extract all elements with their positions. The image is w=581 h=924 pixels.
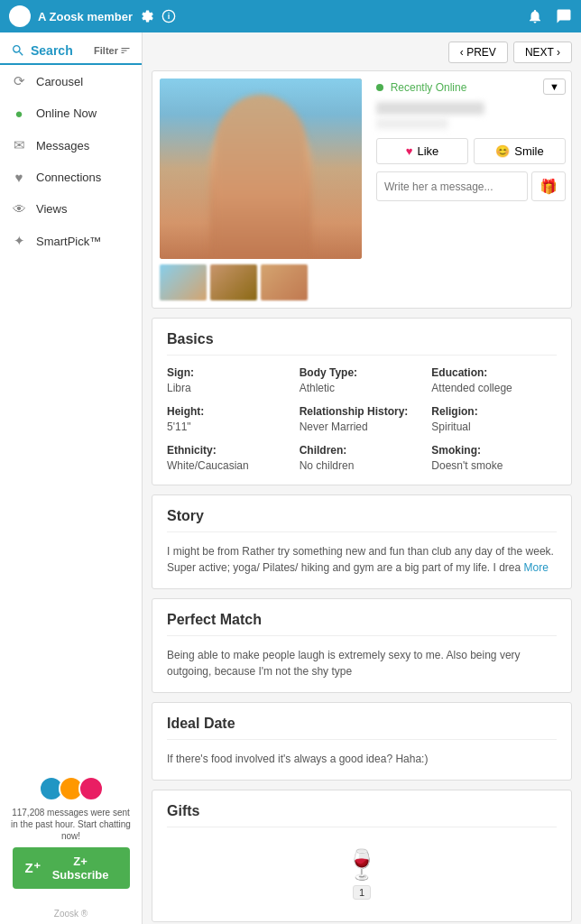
subscribe-button[interactable]: Z⁺ Z+ Subscribe: [13, 847, 130, 889]
sidebar-item-label: Messages: [36, 139, 89, 152]
relationship-value: Never Married: [300, 420, 368, 433]
bodytype-label: Body Type:: [300, 366, 425, 379]
online-status-text: Recently Online: [391, 81, 467, 94]
sidebar-footer: Zoosk ®: [0, 903, 142, 924]
username-label: A Zoosk member: [38, 10, 133, 23]
main-photo[interactable]: [160, 79, 362, 259]
religion-label: Religion:: [431, 405, 557, 418]
profile-images: [152, 71, 369, 308]
filter-button[interactable]: Filter: [94, 45, 131, 56]
ethnicity-label: Ethnicity:: [167, 444, 292, 457]
user-avatar: [9, 5, 31, 27]
promo-avatar-3: [78, 776, 104, 801]
next-button[interactable]: NEXT ›: [513, 42, 572, 63]
profile-name-blurred: [376, 102, 484, 115]
sidebar-promo: 117,208 messages were sent in the past h…: [11, 776, 131, 889]
chat-icon[interactable]: [556, 8, 572, 24]
basics-field-sign: Sign: Libra: [167, 366, 292, 394]
profile-info: Recently Online ▼ ♥ Like 😊 Smile: [369, 71, 573, 308]
connections-icon: ♥: [11, 170, 27, 185]
expand-button[interactable]: ▼: [543, 79, 566, 95]
sidebar-item-label: Views: [36, 202, 67, 216]
wine-icon: 🍷: [344, 847, 380, 882]
perfect-match-text: Being able to make people laugh is extre…: [167, 647, 557, 679]
info-icon[interactable]: i: [161, 9, 176, 23]
sidebar-item-label: SmartPick™: [36, 235, 101, 248]
online-badge: Recently Online ▼: [376, 79, 566, 95]
story-more-link[interactable]: More: [524, 561, 549, 574]
top-navigation: A Zoosk member i: [0, 0, 581, 32]
filter-label: Filter: [94, 45, 118, 56]
filter-icon: [120, 45, 131, 56]
main-layout: Search Filter ⟳ Carousel ● Online Now ✉ …: [0, 32, 581, 924]
online-now-icon: ●: [11, 106, 27, 121]
sidebar-item-views[interactable]: 👁 Views: [0, 193, 142, 225]
sidebar-item-smartpick[interactable]: ✦ SmartPick™: [0, 225, 142, 257]
like-button[interactable]: ♥ Like: [376, 138, 468, 164]
education-value: Attended college: [431, 382, 512, 394]
gear-icon[interactable]: [140, 9, 154, 23]
perfect-match-title: Perfect Match: [167, 612, 557, 636]
sign-value: Libra: [167, 382, 191, 394]
content-area: ‹ PREV NEXT ›: [143, 32, 581, 924]
bell-icon[interactable]: [527, 8, 543, 24]
thumbnail-2[interactable]: [210, 264, 257, 300]
action-buttons: ♥ Like 😊 Smile: [376, 138, 566, 164]
ideal-date-text: If there's food involved it's always a g…: [167, 751, 557, 767]
sidebar-item-messages[interactable]: ✉ Messages: [0, 129, 142, 162]
message-input[interactable]: [376, 171, 528, 201]
basics-field-children: Children: No children: [300, 444, 425, 472]
religion-value: Spiritual: [431, 420, 470, 433]
ideal-date-section: Ideal Date If there's food involved it's…: [152, 702, 572, 781]
height-value: 5'11": [167, 420, 191, 433]
story-text: I might be from Rather try something new…: [167, 543, 557, 576]
search-label: Search: [31, 43, 73, 58]
education-label: Education:: [431, 366, 557, 379]
gifts-area: 🍷 1: [167, 838, 557, 909]
search-section[interactable]: Search Filter: [0, 36, 142, 65]
gifts-section: Gifts 🍷 1: [152, 790, 572, 922]
height-label: Height:: [167, 405, 292, 418]
sign-label: Sign:: [167, 366, 292, 379]
basics-field-religion: Religion: Spiritual: [431, 405, 557, 433]
smile-emoji: 😊: [495, 144, 510, 158]
gift-button[interactable]: 🎁: [531, 171, 566, 201]
promo-text: 117,208 messages were sent in the past h…: [11, 807, 131, 842]
smile-label: Smile: [514, 144, 544, 158]
smoking-value: Doesn't smoke: [431, 459, 503, 472]
gifts-title: Gifts: [167, 803, 557, 827]
online-status: Recently Online: [376, 80, 466, 94]
story-content: I might be from Rather try something new…: [167, 545, 554, 574]
sidebar-item-label: Online Now: [36, 106, 97, 120]
subscribe-icon: Z⁺: [25, 860, 41, 876]
gift-item-wine: 🍷 1: [344, 847, 380, 900]
profile-card: Recently Online ▼ ♥ Like 😊 Smile: [152, 70, 572, 309]
search-icon: [11, 43, 25, 58]
carousel-icon: ⟳: [11, 73, 27, 89]
sidebar-item-label: Connections: [36, 171, 101, 184]
thumbnail-1[interactable]: [160, 264, 207, 300]
profile-navigation: ‹ PREV NEXT ›: [152, 42, 572, 63]
basics-grid: Sign: Libra Body Type: Athletic Educatio…: [167, 366, 557, 472]
story-title: Story: [167, 508, 557, 532]
children-value: No children: [300, 459, 355, 472]
sidebar-item-connections[interactable]: ♥ Connections: [0, 162, 142, 193]
ethnicity-value: White/Caucasian: [167, 459, 249, 472]
smartpick-icon: ✦: [11, 233, 27, 249]
subscribe-label: Z+ Subscribe: [44, 855, 117, 882]
basics-field-bodytype: Body Type: Athletic: [300, 366, 425, 394]
prev-button[interactable]: ‹ PREV: [448, 42, 508, 63]
sidebar-item-online-now[interactable]: ● Online Now: [0, 97, 142, 129]
basics-field-height: Height: 5'11": [167, 405, 292, 433]
basics-field-education: Education: Attended college: [431, 366, 557, 394]
profile-age-blurred: [376, 118, 448, 129]
sidebar-item-carousel[interactable]: ⟳ Carousel: [0, 65, 142, 97]
smile-button[interactable]: 😊 Smile: [474, 138, 566, 164]
basics-field-ethnicity: Ethnicity: White/Caucasian: [167, 444, 292, 472]
thumbnail-3[interactable]: [261, 264, 308, 300]
relationship-label: Relationship History:: [300, 405, 425, 418]
thumbnail-row: [160, 264, 362, 300]
svg-text:i: i: [168, 12, 171, 21]
smoking-label: Smoking:: [431, 444, 557, 457]
basics-title: Basics: [167, 331, 557, 356]
